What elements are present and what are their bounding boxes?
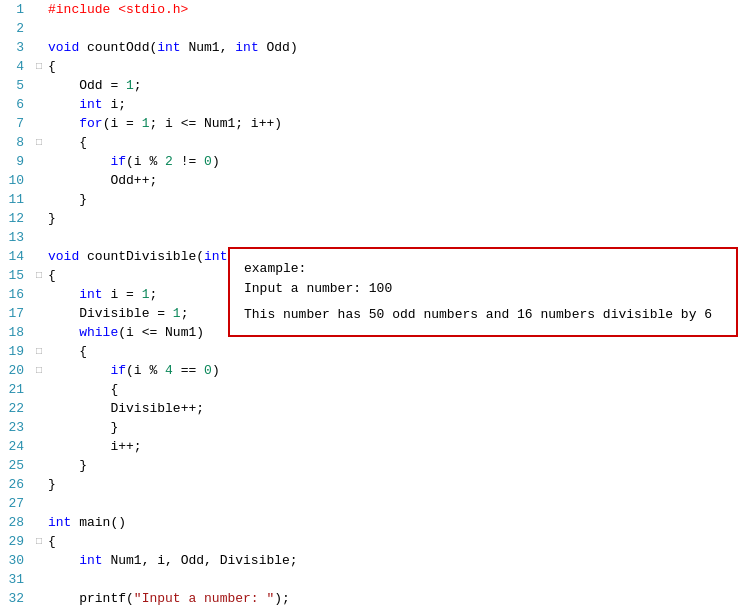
line-7: 7 for(i = 1; i <= Num1; i++) xyxy=(0,114,750,133)
line-27: 27 xyxy=(0,494,750,513)
line-22: 22 Divisible++; xyxy=(0,399,750,418)
line-29: 29 □ { xyxy=(0,532,750,551)
line-20: 20 □ if(i % 4 == 0) xyxy=(0,361,750,380)
code-editor: 1 #include <stdio.h> 2 3 void countOdd(i… xyxy=(0,0,750,608)
line-2: 2 xyxy=(0,19,750,38)
line-30: 30 int Num1, i, Odd, Divisible; xyxy=(0,551,750,570)
line-24: 24 i++; xyxy=(0,437,750,456)
line-23: 23 } xyxy=(0,418,750,437)
line-19: 19 □ { xyxy=(0,342,750,361)
line-25: 25 } xyxy=(0,456,750,475)
line-32: 32 printf("Input a number: "); xyxy=(0,589,750,608)
line-8: 8 □ { xyxy=(0,133,750,152)
popup-input-line: Input a number: 100 xyxy=(244,279,722,299)
line-13: 13 xyxy=(0,228,750,247)
popup-output-line: This number has 50 odd numbers and 16 nu… xyxy=(244,305,722,325)
popup-example-label: example: xyxy=(244,259,722,279)
line-31: 31 xyxy=(0,570,750,589)
line-1: 1 #include <stdio.h> xyxy=(0,0,750,19)
line-28: 28 int main() xyxy=(0,513,750,532)
line-4: 4 □ { xyxy=(0,57,750,76)
line-3: 3 void countOdd(int Num1, int Odd) xyxy=(0,38,750,57)
line-21: 21 { xyxy=(0,380,750,399)
line-9: 9 if(i % 2 != 0) xyxy=(0,152,750,171)
line-6: 6 int i; xyxy=(0,95,750,114)
line-11: 11 } xyxy=(0,190,750,209)
line-26: 26 } xyxy=(0,475,750,494)
example-popup: example: Input a number: 100 This number… xyxy=(228,247,738,337)
line-12: 12 } xyxy=(0,209,750,228)
line-5: 5 Odd = 1; xyxy=(0,76,750,95)
line-10: 10 Odd++; xyxy=(0,171,750,190)
